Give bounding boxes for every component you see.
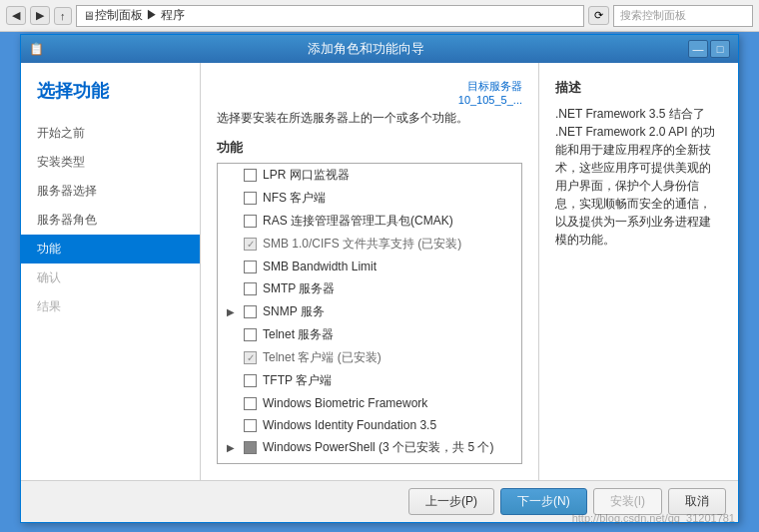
install-button[interactable]: 安装(I) <box>593 488 662 515</box>
list-item[interactable]: ▶Windows PowerShell (3 个已安装，共 5 个) <box>218 436 521 459</box>
feature-label: Windows Biometric Framework <box>263 396 427 410</box>
checkbox[interactable] <box>244 397 257 410</box>
nav-item-server-roles[interactable]: 服务器角色 <box>21 206 200 235</box>
nav-item-results: 结果 <box>21 292 200 321</box>
list-item[interactable]: ▶✓Telnet 客户端 (已安装) <box>218 346 521 369</box>
feature-label: LPR 网口监视器 <box>263 167 350 184</box>
forward-button[interactable]: ▶ <box>30 6 50 25</box>
checkbox[interactable] <box>244 169 257 182</box>
feature-label: SMB 1.0/CIFS 文件共享支持 (已安装) <box>263 236 461 253</box>
list-item[interactable]: ▶SMB Bandwidth Limit <box>218 256 521 277</box>
titlebar-controls: — □ <box>688 40 730 58</box>
nav-item-features[interactable]: 功能 <box>21 235 200 264</box>
feature-list[interactable]: ▶LPR 网口监视器▶NFS 客户端▶RAS 连接管理器管理工具包(CMAK)▶… <box>217 163 522 464</box>
wizard-footer: 上一步(P) 下一步(N) 安装(I) 取消 <box>21 480 738 522</box>
titlebar: 📋 添加角色和功能向导 — □ <box>21 35 738 63</box>
nav-item-start[interactable]: 开始之前 <box>21 119 200 148</box>
list-item[interactable]: ▶TFTP 客户端 <box>218 369 521 392</box>
checkbox[interactable] <box>244 282 257 295</box>
list-item[interactable]: ▶Windows Identity Foundation 3.5 <box>218 414 521 436</box>
list-item[interactable]: ▶RAS 连接管理器管理工具包(CMAK) <box>218 210 521 233</box>
feature-label: Windows Process Activation Service <box>263 463 455 464</box>
list-item[interactable]: ▶SNMP 服务 <box>218 300 521 323</box>
up-button[interactable]: ↑ <box>54 7 72 25</box>
list-item[interactable]: ▶SMTP 服务器 <box>218 277 521 300</box>
maximize-button[interactable]: □ <box>710 40 730 58</box>
main-content: 目标服务器 10_105_5_... 选择要安装在所选服务器上的一个或多个功能。… <box>201 63 538 480</box>
checkbox[interactable]: ✓ <box>244 351 257 364</box>
list-item[interactable]: ▶Windows Biometric Framework <box>218 392 521 414</box>
feature-label: RAS 连接管理器管理工具包(CMAK) <box>263 213 453 230</box>
checkbox[interactable] <box>244 441 257 454</box>
list-item[interactable]: ▶Telnet 服务器 <box>218 323 521 346</box>
content-instruction: 选择要安装在所选服务器上的一个或多个功能。 <box>217 110 522 127</box>
nav-panel: 选择功能 开始之前 安装类型 服务器选择 服务器角色 功能 确认 结果 <box>21 63 201 480</box>
expand-arrow-icon[interactable]: ▶ <box>224 305 238 319</box>
page-main-title: 选择功能 <box>21 79 200 119</box>
nav-item-server-select[interactable]: 服务器选择 <box>21 177 200 206</box>
feature-label: Telnet 服务器 <box>263 326 334 343</box>
feature-label: SNMP 服务 <box>263 303 325 320</box>
desc-title: 描述 <box>555 79 722 97</box>
checkbox[interactable] <box>244 305 257 318</box>
wizard-body: 选择功能 开始之前 安装类型 服务器选择 服务器角色 功能 确认 结果 目标服务… <box>21 63 738 480</box>
feature-label: TFTP 客户端 <box>263 372 332 389</box>
checkbox[interactable] <box>244 419 257 432</box>
cancel-button[interactable]: 取消 <box>668 488 726 515</box>
checkbox[interactable] <box>244 261 257 273</box>
feature-label: Windows PowerShell (3 个已安装，共 5 个) <box>263 439 493 456</box>
description-panel: 描述 .NET Framework 3.5 结合了 .NET Framework… <box>538 63 738 480</box>
feature-label: NFS 客户端 <box>263 190 326 207</box>
previous-button[interactable]: 上一步(P) <box>408 488 494 515</box>
desc-text: .NET Framework 3.5 结合了 .NET Framework 2.… <box>555 105 722 249</box>
expand-arrow-icon[interactable]: ▶ <box>224 441 238 455</box>
wizard-window: 📋 添加角色和功能向导 — □ 选择功能 开始之前 安装类型 服务器选择 服务器… <box>20 34 739 523</box>
back-button[interactable]: ◀ <box>6 6 26 25</box>
next-button[interactable]: 下一步(N) <box>500 488 587 515</box>
checkbox[interactable]: ✓ <box>244 238 257 251</box>
address-bar: ◀ ▶ ↑ 🖥 控制面板 ▶ 程序 ⟳ 搜索控制面板 <box>0 0 759 32</box>
checkbox[interactable] <box>244 215 257 228</box>
checkbox[interactable] <box>244 464 257 465</box>
minimize-button[interactable]: — <box>688 40 708 58</box>
nav-item-confirm: 确认 <box>21 264 200 292</box>
search-box[interactable]: 搜索控制面板 <box>613 5 753 27</box>
nav-item-install-type[interactable]: 安装类型 <box>21 148 200 177</box>
checkbox[interactable] <box>244 192 257 205</box>
feature-label: Windows Identity Foundation 3.5 <box>263 418 436 432</box>
checkbox[interactable] <box>244 328 257 341</box>
list-item[interactable]: ▶LPR 网口监视器 <box>218 164 521 187</box>
features-label: 功能 <box>217 139 522 157</box>
checkbox[interactable] <box>244 374 257 387</box>
feature-label: SMTP 服务器 <box>263 280 335 297</box>
list-item[interactable]: ▶NFS 客户端 <box>218 187 521 210</box>
list-item[interactable]: ▶Windows Process Activation Service <box>218 459 521 464</box>
titlebar-title: 添加角色和功能向导 <box>44 40 688 58</box>
refresh-button[interactable]: ⟳ <box>588 6 609 25</box>
target-info: 目标服务器 10_105_5_... <box>458 79 522 106</box>
feature-label: Telnet 客户端 (已安装) <box>263 349 381 366</box>
address-path[interactable]: 🖥 控制面板 ▶ 程序 <box>76 5 585 27</box>
list-item[interactable]: ▶✓SMB 1.0/CIFS 文件共享支持 (已安装) <box>218 233 521 256</box>
feature-label: SMB Bandwidth Limit <box>263 260 377 273</box>
